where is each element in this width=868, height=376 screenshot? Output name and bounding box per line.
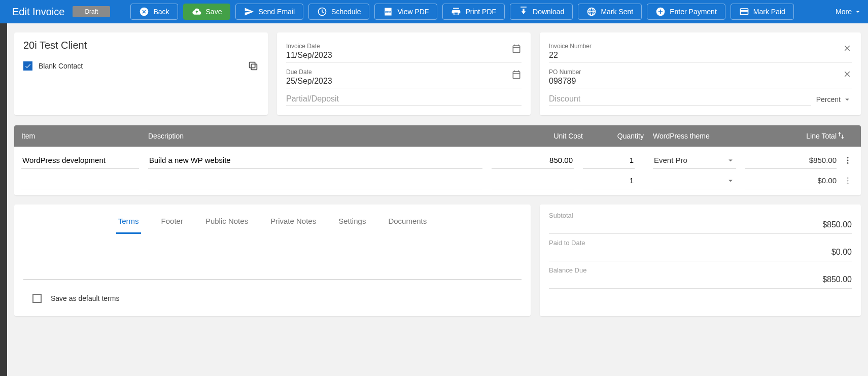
globe-icon [586, 7, 597, 17]
print-pdf-button[interactable]: Print PDF [442, 4, 505, 20]
pdf-icon: PDF [383, 7, 393, 17]
save-default-checkbox[interactable] [32, 294, 42, 303]
discount-type-select[interactable]: Percent [816, 95, 852, 106]
clear-icon[interactable] [843, 70, 852, 79]
back-button[interactable]: Back [130, 4, 178, 20]
row-menu[interactable] [837, 176, 859, 185]
totals-card: Subtotal $850.00 Paid to Date $0.00 Bala… [540, 204, 861, 316]
tab-footer[interactable]: Footer [159, 210, 185, 233]
table-row: Event Pro $850.00 [14, 147, 861, 169]
theme-select[interactable]: Event Pro [653, 152, 736, 169]
invoice-date-field[interactable]: Invoice Date 11/Sep/2023 [286, 40, 522, 62]
card-icon [739, 7, 749, 17]
meta-card: Invoice Number 22 PO Number 098789 Disco… [540, 32, 861, 115]
cloud-save-icon [192, 7, 202, 17]
calendar-icon[interactable] [511, 44, 522, 54]
invoice-number-field[interactable]: Invoice Number 22 [549, 40, 852, 62]
theme-select[interactable] [653, 172, 736, 189]
copy-icon[interactable] [248, 60, 259, 72]
schedule-button[interactable]: Schedule [308, 4, 369, 20]
sort-icon[interactable] [837, 131, 846, 140]
discount-field[interactable]: Discount [549, 91, 811, 106]
tab-documents[interactable]: Documents [386, 210, 429, 233]
row-menu[interactable] [837, 156, 859, 165]
description-input[interactable] [148, 152, 482, 169]
svg-rect-2 [250, 62, 255, 68]
download-button[interactable]: Download [510, 4, 573, 20]
dates-card: Invoice Date 11/Sep/2023 Due Date 25/Sep… [277, 32, 531, 115]
due-date-field[interactable]: Due Date 25/Sep/2023 [286, 65, 522, 88]
items-header: Item Description Unit Cost Quantity Word… [14, 125, 861, 147]
line-total: $850.00 [745, 152, 837, 169]
items-table: Item Description Unit Cost Quantity Word… [14, 125, 861, 195]
contact-checkbox[interactable] [23, 61, 32, 71]
unit-cost-input[interactable] [492, 172, 574, 189]
more-vert-icon [843, 176, 852, 185]
send-icon [244, 7, 254, 17]
clear-icon[interactable] [843, 44, 852, 53]
line-total: $0.00 [745, 172, 837, 189]
svg-point-7 [847, 180, 849, 182]
mark-sent-button[interactable]: Mark Sent [578, 4, 642, 20]
tabs: Terms Footer Public Notes Private Notes … [23, 210, 522, 233]
terms-textarea[interactable] [23, 279, 522, 280]
sidebar-sliver [0, 23, 7, 325]
save-button[interactable]: Save [183, 4, 231, 20]
page-title: Edit Invoice [12, 6, 64, 18]
chevron-down-icon [726, 176, 735, 185]
balance-row: Balance Due $850.00 [549, 263, 852, 289]
subtotal-row: Subtotal $850.00 [549, 209, 852, 234]
po-number-field[interactable]: PO Number 098789 [549, 65, 852, 88]
download-icon [518, 7, 529, 17]
svg-point-3 [847, 157, 849, 158]
notes-card: Terms Footer Public Notes Private Notes … [14, 204, 531, 316]
chevron-down-icon [843, 95, 852, 104]
tab-settings[interactable]: Settings [336, 210, 368, 233]
cancel-icon [139, 7, 149, 17]
quantity-input[interactable] [583, 172, 635, 189]
chevron-down-icon [854, 8, 862, 16]
quantity-input[interactable] [583, 152, 635, 169]
svg-text:PDF: PDF [386, 11, 392, 14]
description-input[interactable] [148, 172, 482, 189]
add-circle-icon [655, 7, 666, 17]
mark-paid-button[interactable]: Mark Paid [731, 4, 794, 20]
svg-point-6 [847, 177, 849, 179]
unit-cost-input[interactable] [492, 152, 574, 169]
more-vert-icon [843, 156, 852, 165]
partial-deposit-field[interactable]: Partial/Deposit [286, 91, 522, 106]
svg-point-4 [847, 160, 849, 161]
item-input[interactable] [21, 172, 139, 189]
svg-point-5 [847, 162, 849, 164]
more-menu[interactable]: More [836, 8, 862, 16]
paid-row: Paid to Date $0.00 [549, 236, 852, 261]
contact-name: Blank Contact [39, 62, 83, 70]
chevron-down-icon [726, 156, 735, 165]
status-badge: Draft [73, 6, 110, 17]
print-icon [451, 7, 461, 17]
tab-terms[interactable]: Terms [116, 210, 141, 234]
calendar-icon[interactable] [511, 70, 522, 80]
enter-payment-button[interactable]: Enter Payment [647, 4, 725, 20]
tab-public-notes[interactable]: Public Notes [203, 210, 250, 233]
client-card: 20i Test Client Blank Contact [14, 32, 268, 115]
svg-rect-1 [251, 64, 257, 70]
save-default-label: Save as default terms [51, 294, 119, 302]
client-name: 20i Test Client [23, 40, 259, 51]
table-row: $0.00 [14, 169, 861, 195]
toolbar: Edit Invoice Draft Back Save Send Email … [0, 0, 868, 23]
check-icon [24, 62, 31, 70]
view-pdf-button[interactable]: PDF View PDF [374, 4, 437, 20]
clock-icon [317, 7, 327, 17]
item-input[interactable] [21, 152, 139, 169]
send-email-button[interactable]: Send Email [235, 4, 303, 20]
svg-point-8 [847, 183, 849, 184]
tab-private-notes[interactable]: Private Notes [268, 210, 318, 233]
